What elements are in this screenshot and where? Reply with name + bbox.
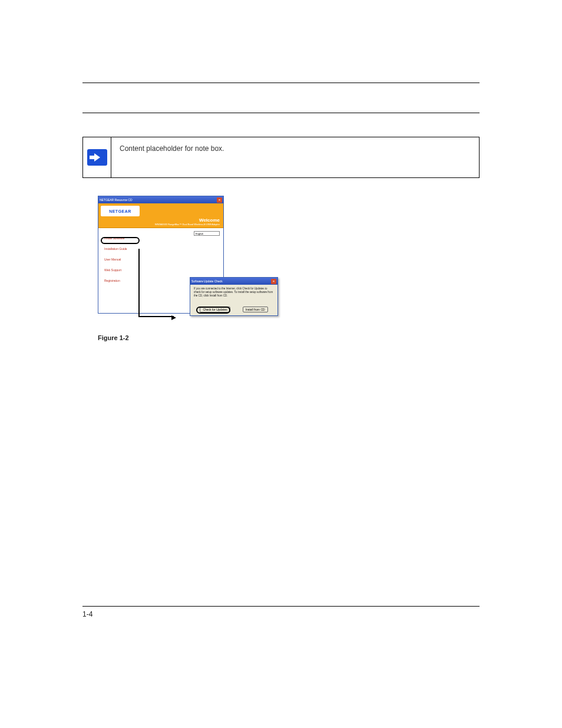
software-update-dialog: Software Update Check × If you are conne… [190,277,278,316]
language-select[interactable]: English [194,231,220,236]
brand-logo: NETGEAR [101,206,140,216]
dialog-body: If you are connected to the Internet, cl… [190,285,277,300]
arrow-right-icon [87,149,107,166]
link-web-support[interactable]: Web Support [104,268,127,272]
figure-caption: Figure 1-2 [98,334,480,341]
window-title: NETGEAR Resource CD [100,198,133,202]
language-row: English [194,231,220,236]
link-installation-guide[interactable]: Installation Guide [104,247,127,251]
top-rule [82,83,480,83]
sidebar-links: Install Software Installation Guide User… [104,236,127,289]
page-number: 1-4 [82,610,92,618]
note-icon-cell [83,137,111,177]
logo-band: NETGEAR Welcome WNDA3100 RangeMax™ Dual … [98,203,223,228]
welcome-subtitle: WNDA3100 RangeMax™ Dual Band Wireless-N … [155,223,220,226]
callout-connector [138,249,174,317]
installer-screenshot: NETGEAR Resource CD × NETGEAR Welcome WN… [98,196,280,322]
arrow-right-icon [171,315,176,320]
callout-oval-check [196,307,230,314]
close-icon[interactable]: × [271,279,276,284]
close-icon[interactable]: × [217,197,222,203]
second-rule [82,113,480,113]
link-user-manual[interactable]: User Manual [104,258,127,261]
welcome-heading: Welcome [199,218,220,223]
callout-oval-install [101,237,140,244]
note-box: Content placeholder for note box. [82,137,480,178]
dialog-titlebar: Software Update Check × [190,278,277,285]
note-content: Content placeholder for note box. [111,137,479,177]
page-footer: 1-4 [82,606,480,618]
steps: NETGEAR Resource CD × NETGEAR Welcome WN… [82,196,480,341]
install-from-cd-button[interactable]: Install from CD [243,307,268,312]
dialog-title: Software Update Check [191,279,223,283]
link-registration[interactable]: Registration [104,279,127,282]
window-titlebar: NETGEAR Resource CD × [98,196,223,203]
